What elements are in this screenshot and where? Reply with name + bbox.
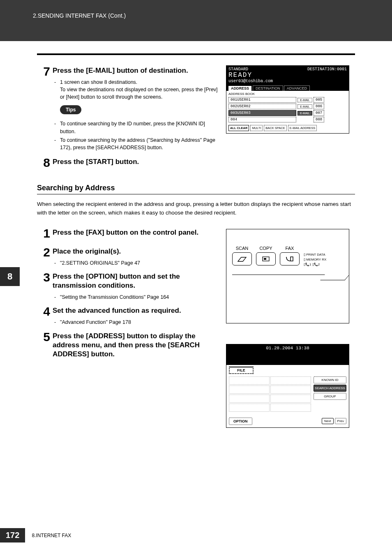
- panel-notch: [320, 275, 350, 280]
- breadcrumb: 2.SENDING INTERNET FAX (Cont.): [33, 12, 126, 19]
- step-title: Press the [ADDRESS] button to display th…: [53, 332, 218, 359]
- address-entry[interactable]: 006: [314, 104, 324, 109]
- grid-cell[interactable]: [229, 376, 270, 385]
- ts-timestamp: 01.28.2004 13:38: [226, 346, 349, 351]
- page-footer: 172 8.INTERNET FAX: [0, 528, 392, 542]
- email-tag[interactable]: E-MAIL: [297, 104, 312, 109]
- tab-advanced[interactable]: ADVANCED: [284, 85, 310, 91]
- grid-cell[interactable]: [270, 376, 311, 385]
- known-id-button[interactable]: KNOWN ID: [314, 376, 346, 383]
- step-8: 8 Press the [START] button.: [37, 157, 218, 169]
- step-ref: "Advanced Function" Page 178: [60, 319, 218, 326]
- tips-label: Tips: [60, 105, 81, 114]
- step-title: Press the [OPTION] button and set the tr…: [53, 272, 218, 290]
- address-grid: [229, 376, 311, 413]
- lcd-destination-count: DESTINATION:0001: [307, 67, 347, 72]
- section-paragraph: When selecting the recipient entered in …: [37, 200, 355, 217]
- ts-header: 01.28.2004 13:38: [226, 344, 349, 365]
- copy-label: COPY: [256, 246, 276, 251]
- print-data-indicator: PRINT DATA: [304, 252, 326, 257]
- option-button[interactable]: OPTION: [229, 418, 252, 425]
- tab-destination[interactable]: DESTINATION: [253, 85, 283, 91]
- step-title: Press the [FAX] button on the control pa…: [53, 228, 218, 237]
- search-address-button[interactable]: SEARCH ADDRESS: [314, 385, 346, 392]
- grid-cell[interactable]: [229, 404, 270, 412]
- address-entry[interactable]: 008: [314, 117, 324, 122]
- email-tag[interactable]: E-MAIL: [297, 98, 312, 102]
- touchscreen-figure: 01.28.2004 13:38 FILE KNOWN ID SEA: [226, 344, 349, 428]
- lcd-ready: READY: [228, 72, 347, 79]
- step-number: 7: [37, 65, 50, 78]
- memory-rx-indicator: MEMORY RX: [304, 257, 326, 262]
- address-entry-selected[interactable]: 003USER03: [228, 110, 296, 116]
- grid-cell[interactable]: [270, 404, 311, 412]
- address-entry[interactable]: 001USER01: [228, 97, 296, 103]
- lcd-mode: STANDARD: [228, 67, 248, 72]
- backspace-button[interactable]: BACK SPACE: [264, 125, 286, 131]
- indicator-panel: PRINT DATA MEMORY RX ▯📞1 ▯📞2: [304, 246, 326, 267]
- address-entry[interactable]: 004: [228, 117, 296, 122]
- tip-item: To continue searching by the address ("S…: [60, 136, 218, 151]
- step-title: Press the [E-MAIL] button of destination…: [53, 66, 218, 75]
- fax-icon: [285, 255, 295, 263]
- lcd-email: user03@toshiba.com: [228, 79, 347, 83]
- scan-button[interactable]: [232, 252, 252, 265]
- scan-icon: [237, 256, 247, 262]
- email-tag[interactable]: E-MAIL: [297, 111, 312, 115]
- step-title: Place the original(s).: [53, 247, 218, 256]
- step-1: 1 Press the [FAX] button on the control …: [37, 227, 218, 240]
- scan-label: SCAN: [232, 246, 252, 251]
- step-bullet: 1 screen can show 8 destinations. To vie…: [60, 78, 218, 101]
- step-5: 5 Press the [ADDRESS] button to display …: [37, 331, 218, 359]
- step-number: 3: [37, 271, 50, 284]
- next-button[interactable]: Next: [322, 418, 333, 424]
- footer-chapter: 8.INTERNET FAX: [32, 533, 71, 538]
- tip-item: To continue searching by the ID number, …: [60, 120, 218, 135]
- svg-rect-1: [264, 258, 266, 260]
- grid-cell[interactable]: [270, 385, 311, 394]
- step-7: 7 Press the [E-MAIL] button of destinati…: [37, 65, 218, 152]
- control-panel-figure: SCAN COPY FAX: [226, 229, 349, 323]
- step-2: 2 Place the original(s). "2.SETTING ORIG…: [37, 246, 218, 268]
- grid-cell[interactable]: [270, 395, 311, 403]
- address-entry[interactable]: 002USER02: [228, 104, 296, 109]
- lcd-subheader: ADDRESS BOOK: [228, 92, 347, 96]
- page-number: 172: [0, 528, 25, 542]
- step-title: Set the advanced function as required.: [53, 306, 218, 315]
- page-header: 2.SENDING INTERNET FAX (Cont.): [0, 0, 392, 41]
- step-number: 2: [37, 246, 50, 259]
- top-rule: [37, 53, 355, 55]
- fax-button[interactable]: [280, 252, 300, 265]
- group-button[interactable]: GROUP: [314, 393, 346, 400]
- grid-cell[interactable]: [229, 385, 270, 394]
- step-3: 3 Press the [OPTION] button and set the …: [37, 271, 218, 302]
- step-ref: "2.SETTING ORIGINALS" Page 47: [60, 259, 218, 267]
- step-ref: "Setting the Transmission Conditions" Pa…: [60, 293, 218, 301]
- multi-button[interactable]: MULTI: [250, 125, 263, 131]
- fax-label: FAX: [280, 246, 300, 251]
- lcd-tabs: ADDRESS DESTINATION ADVANCED: [226, 85, 349, 91]
- grid-cell[interactable]: [229, 395, 270, 403]
- step-title: Press the [START] button.: [53, 157, 218, 166]
- email-address-button[interactable]: E-MAIL ADDRESS: [288, 125, 317, 131]
- prev-button[interactable]: Prev: [335, 418, 346, 424]
- step-number: 5: [37, 331, 50, 343]
- step-4: 4 Set the advanced function as required.…: [37, 305, 218, 327]
- section-heading: Searching by Address: [37, 184, 355, 194]
- all-clear-button[interactable]: ALL CLEAR: [228, 125, 249, 131]
- step-number: 4: [37, 305, 50, 318]
- address-entry[interactable]: 005: [314, 97, 324, 103]
- copy-icon: [261, 256, 270, 262]
- address-entry[interactable]: 007: [314, 110, 324, 116]
- lcd-screenshot: STANDARD DESTINATION:0001 READY user03@t…: [226, 65, 349, 134]
- tab-address[interactable]: ADDRESS: [228, 85, 252, 91]
- step-number: 1: [37, 227, 50, 240]
- copy-button[interactable]: [256, 252, 276, 265]
- line-indicators: ▯📞1 ▯📞2: [304, 262, 326, 267]
- step-number: 8: [37, 157, 50, 169]
- file-tab[interactable]: FILE: [229, 367, 254, 374]
